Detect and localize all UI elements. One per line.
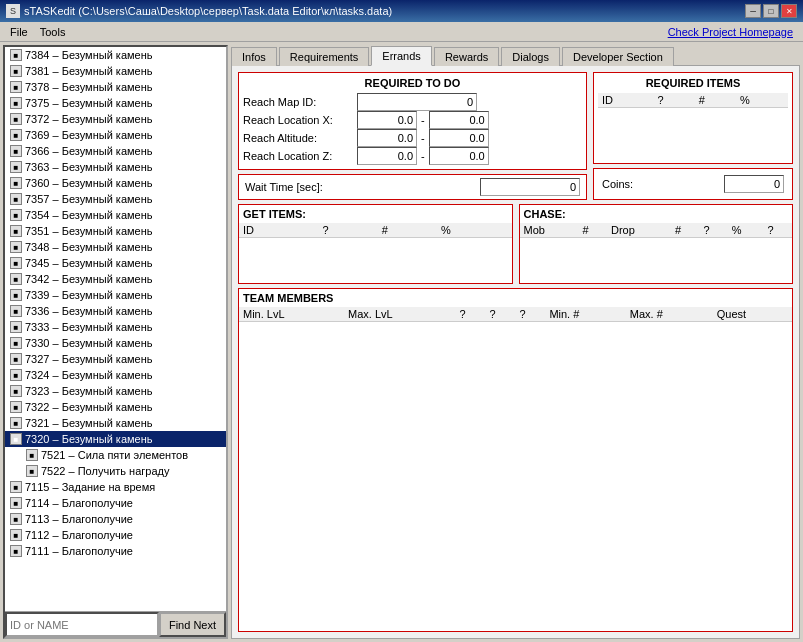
list-item-icon: ■	[10, 353, 22, 365]
list-item-text: 7114 – Благополучие	[25, 497, 133, 509]
list-item[interactable]: ■7360 – Безумный камень	[5, 175, 226, 191]
required-items-box: REQUIRED ITEMS ID ? # %	[593, 72, 793, 164]
list-item[interactable]: ■7345 – Безумный камень	[5, 255, 226, 271]
list-item[interactable]: ■7324 – Безумный камень	[5, 367, 226, 383]
list-item[interactable]: ■7342 – Безумный камень	[5, 271, 226, 287]
list-item[interactable]: ■7372 – Безумный камень	[5, 111, 226, 127]
list-item[interactable]: ■7363 – Безумный камень	[5, 159, 226, 175]
find-next-button[interactable]: Find Next	[159, 612, 226, 637]
left-col: REQUIRED TO DO Reach Map ID: Reach Locat…	[238, 72, 587, 200]
required-items-title: REQUIRED ITEMS	[598, 77, 788, 89]
reach-location-x-input1[interactable]	[357, 111, 417, 129]
reach-location-z-input1[interactable]	[357, 147, 417, 165]
minimize-button[interactable]: ─	[745, 4, 761, 18]
list-item[interactable]: ■7369 – Безумный камень	[5, 127, 226, 143]
sep1: -	[421, 114, 425, 126]
list-item[interactable]: ■7330 – Безумный камень	[5, 335, 226, 351]
reach-altitude-input1[interactable]	[357, 129, 417, 147]
get-items-table: ID ? # %	[239, 223, 512, 238]
tm-q3: ?	[515, 307, 545, 322]
list-item[interactable]: ■7322 – Безумный камень	[5, 399, 226, 415]
col-id: ID	[598, 93, 654, 108]
required-to-do-box: REQUIRED TO DO Reach Map ID: Reach Locat…	[238, 72, 587, 170]
tab-developer-section[interactable]: Developer Section	[562, 47, 674, 66]
list-item[interactable]: ■7111 – Благополучие	[5, 543, 226, 559]
reach-location-x-input2[interactable]	[429, 111, 489, 129]
tab-requirements[interactable]: Requirements	[279, 47, 369, 66]
list-item[interactable]: ■7336 – Безумный камень	[5, 303, 226, 319]
list-item[interactable]: ■7321 – Безумный камень	[5, 415, 226, 431]
list-item[interactable]: ■7348 – Безумный камень	[5, 239, 226, 255]
list-item[interactable]: ■7339 – Безумный камень	[5, 287, 226, 303]
team-members-section: TEAM MEMBERS Min. LvL Max. LvL ? ? ? Min…	[238, 288, 793, 632]
list-item-text: 7322 – Безумный камень	[25, 401, 153, 413]
list-item[interactable]: ■7357 – Безумный камень	[5, 191, 226, 207]
left-panel: ■7384 – Безумный камень■7381 – Безумный …	[3, 45, 228, 639]
ch-hash: #	[579, 223, 607, 238]
list-item[interactable]: ■7115 – Задание на время	[5, 479, 226, 495]
wait-time-box: Wait Time [sec]:	[238, 174, 587, 200]
titlebar: S sTASKedit (C:\Users\Саша\Desktop\серве…	[0, 0, 803, 22]
ch-hash2: #	[671, 223, 699, 238]
get-items-title: GET ITEMS:	[239, 205, 512, 223]
window-controls: ─ □ ✕	[745, 4, 797, 18]
task-list[interactable]: ■7384 – Безумный камень■7381 – Безумный …	[5, 47, 226, 611]
list-item-text: 7360 – Безумный камень	[25, 177, 153, 189]
tab-errands[interactable]: Errands	[371, 46, 432, 66]
list-item[interactable]: ■7366 – Безумный камень	[5, 143, 226, 159]
list-item[interactable]: ■7384 – Безумный камень	[5, 47, 226, 63]
tabs-row: InfosRequirementsErrandsRewardsDialogsDe…	[231, 45, 800, 65]
wait-time-input[interactable]	[480, 178, 580, 196]
list-item-icon: ■	[10, 177, 22, 189]
list-item[interactable]: ■7375 – Безумный камень	[5, 95, 226, 111]
tab-dialogs[interactable]: Dialogs	[501, 47, 560, 66]
list-item-icon: ■	[10, 481, 22, 493]
list-item-icon: ■	[10, 145, 22, 157]
maximize-button[interactable]: □	[763, 4, 779, 18]
list-item-text: 7111 – Благополучие	[25, 545, 133, 557]
coins-label: Coins:	[602, 178, 724, 190]
top-section: REQUIRED TO DO Reach Map ID: Reach Locat…	[238, 72, 793, 200]
list-item-icon: ■	[10, 417, 22, 429]
search-input[interactable]	[5, 612, 159, 637]
coins-input[interactable]	[724, 175, 784, 193]
list-item-icon: ■	[10, 193, 22, 205]
list-item[interactable]: ■7351 – Безумный камень	[5, 223, 226, 239]
list-item[interactable]: ■7521 – Сила пяти элементов	[5, 447, 226, 463]
list-item[interactable]: ■7381 – Безумный камень	[5, 63, 226, 79]
reach-location-z-input2[interactable]	[429, 147, 489, 165]
menubar: File Tools Check Project Homepage	[0, 22, 803, 42]
list-item[interactable]: ■7333 – Безумный камень	[5, 319, 226, 335]
reach-altitude-input2[interactable]	[429, 129, 489, 147]
list-item[interactable]: ■7323 – Безумный камень	[5, 383, 226, 399]
tm-min-hash: Min. #	[545, 307, 625, 322]
list-item[interactable]: ■7320 – Безумный камень	[5, 431, 226, 447]
list-item[interactable]: ■7522 – Получить награду	[5, 463, 226, 479]
gi-col-hash: #	[378, 223, 437, 238]
list-item[interactable]: ■7114 – Благополучие	[5, 495, 226, 511]
sep2: -	[421, 132, 425, 144]
close-button[interactable]: ✕	[781, 4, 797, 18]
tab-infos[interactable]: Infos	[231, 47, 277, 66]
list-item-text: 7342 – Безумный камень	[25, 273, 153, 285]
list-item[interactable]: ■7327 – Безумный камень	[5, 351, 226, 367]
list-item-icon: ■	[10, 113, 22, 125]
menu-file[interactable]: File	[4, 24, 34, 40]
tab-rewards[interactable]: Rewards	[434, 47, 499, 66]
right-col: REQUIRED ITEMS ID ? # %	[593, 72, 793, 200]
list-item-icon: ■	[10, 257, 22, 269]
list-item-icon: ■	[10, 273, 22, 285]
list-item-icon: ■	[10, 97, 22, 109]
reach-map-id-input[interactable]	[357, 93, 477, 111]
list-item[interactable]: ■7112 – Благополучие	[5, 527, 226, 543]
menu-tools[interactable]: Tools	[34, 24, 72, 40]
tm-max-lvl: Max. LvL	[344, 307, 456, 322]
list-item[interactable]: ■7113 – Благополучие	[5, 511, 226, 527]
list-item-icon: ■	[10, 161, 22, 173]
list-item-text: 7112 – Благополучие	[25, 529, 133, 541]
list-item[interactable]: ■7354 – Безумный камень	[5, 207, 226, 223]
homepage-link[interactable]: Check Project Homepage	[668, 26, 799, 38]
list-item[interactable]: ■7378 – Безумный камень	[5, 79, 226, 95]
ch-q2: ?	[764, 223, 792, 238]
list-item-text: 7366 – Безумный камень	[25, 145, 153, 157]
